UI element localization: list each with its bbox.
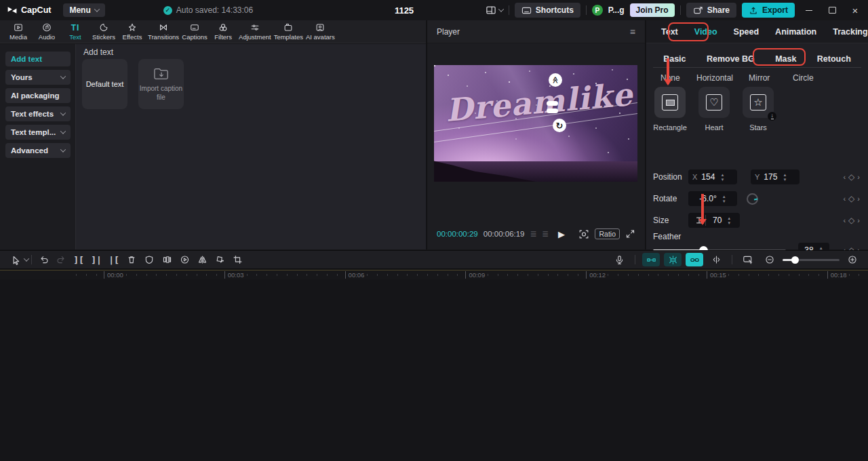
minimize-button[interactable] <box>800 0 818 20</box>
sidebar-item-ai-packaging[interactable]: AI packaging <box>5 88 71 103</box>
chevron-down-icon[interactable] <box>24 256 29 261</box>
toolbar-item-ai-avatars[interactable]: AI avatars <box>304 20 336 43</box>
redo-button[interactable] <box>52 252 70 267</box>
zoom-in-button[interactable] <box>844 252 861 267</box>
magnet-toggle[interactable] <box>664 253 682 266</box>
mask-shape-heart[interactable] <box>698 87 730 118</box>
sidebar-item-text-effects[interactable]: Text effects <box>5 106 71 121</box>
sidebar-item-advanced[interactable]: Advanced <box>5 143 71 158</box>
export-button[interactable]: Export <box>742 3 795 18</box>
mask-feather-handle[interactable] <box>549 73 562 87</box>
stepper-icon[interactable] <box>722 195 726 203</box>
mask-shape-rectangle[interactable] <box>654 87 686 118</box>
preview-quality-icon[interactable] <box>578 229 589 239</box>
mask-type-mirror[interactable]: Mirror <box>749 73 770 83</box>
timeline-toolbar: ][ ]| |[ <box>0 250 868 269</box>
media-type-toolbar: Media Audio TI Text Stickers Effects Tra… <box>0 20 426 43</box>
position-y-input[interactable]: Y 175 <box>751 169 800 184</box>
record-voiceover-button[interactable] <box>610 252 628 267</box>
split-view-button[interactable] <box>707 252 725 267</box>
subtab-remove-bg[interactable]: Remove BG <box>707 54 755 64</box>
preview-canvas[interactable]: Dreamlike <box>434 65 637 182</box>
toolbar-item-media[interactable]: Media <box>4 20 33 43</box>
split-button[interactable]: ][ <box>70 252 87 267</box>
ratio-button[interactable]: Ratio <box>595 228 620 239</box>
subtab-retouch[interactable]: Retouch <box>817 54 851 64</box>
tab-tracking[interactable]: Tracking <box>825 27 868 37</box>
sidebar-item-add-text[interactable]: Add text <box>5 52 71 66</box>
delete-right-button[interactable]: |[ <box>105 252 123 267</box>
toolbar-item-transitions[interactable]: Transitions <box>146 20 180 43</box>
mask-rotate-handle[interactable] <box>553 119 566 132</box>
folder-import-icon <box>153 66 170 81</box>
toolbar-item-templates[interactable]: Templates <box>273 20 304 43</box>
stepper-icon[interactable] <box>783 173 787 182</box>
keyframe-controls[interactable] <box>843 172 860 182</box>
delete-left-button[interactable]: ]| <box>87 252 105 267</box>
player-menu-icon[interactable] <box>630 26 635 37</box>
mask-type-horizontal[interactable]: Horizontal <box>696 73 733 83</box>
toolbar-item-audio[interactable]: Audio <box>33 20 61 43</box>
sidebar-item-text-templates[interactable]: Text templ... <box>5 125 71 140</box>
rotate-button[interactable] <box>211 252 229 267</box>
mask-type-circle[interactable]: Circle <box>793 73 814 83</box>
tab-animation[interactable]: Animation <box>767 27 825 37</box>
tab-speed[interactable]: Speed <box>726 27 768 37</box>
titlebar-right: Shortcuts P P...g Join Pro Share Export <box>486 0 868 20</box>
keyframe-controls[interactable] <box>843 194 860 203</box>
toolbar-item-effects[interactable]: Effects <box>118 20 146 43</box>
workspace-layout-button[interactable] <box>486 5 503 15</box>
slider-knob[interactable] <box>791 256 799 264</box>
link-toggle[interactable] <box>686 253 703 266</box>
toolbar-item-filters[interactable]: Filters <box>209 20 237 43</box>
size-input[interactable]: 70 <box>688 213 740 228</box>
mask-size-handle[interactable] <box>547 108 558 113</box>
rotate-input[interactable]: -6.0° <box>688 191 737 206</box>
star-mask-icon <box>750 94 766 111</box>
stepper-icon[interactable] <box>727 216 731 225</box>
timeline-ruler[interactable]: 00:0000:0300:0600:0900:1200:1500:18 <box>0 270 868 279</box>
crop-button[interactable] <box>229 252 246 267</box>
default-text-card[interactable]: Default text <box>82 59 127 109</box>
sidebar-item-yours[interactable]: Yours <box>5 70 71 85</box>
share-button[interactable]: Share <box>686 3 736 18</box>
toolbar-item-stickers[interactable]: Stickers <box>90 20 118 43</box>
auto-snap-toggle[interactable] <box>642 253 660 266</box>
text-sidebar: Add text Yours AI packaging Text effects… <box>0 44 76 249</box>
section-title: Add text <box>83 47 113 57</box>
frame-step-icons[interactable] <box>530 229 550 239</box>
mask-size-handle[interactable] <box>547 101 558 106</box>
toolbar-item-captions[interactable]: Captions <box>180 20 209 43</box>
stepper-icon[interactable] <box>720 173 724 182</box>
select-tool-button[interactable] <box>7 252 24 267</box>
fullscreen-icon[interactable] <box>625 229 635 239</box>
shortcuts-button[interactable]: Shortcuts <box>515 3 580 18</box>
freeze-frame-button[interactable] <box>140 252 158 267</box>
import-caption-card[interactable]: Import caption file <box>138 59 184 109</box>
preview-window-button[interactable] <box>739 252 757 267</box>
close-button[interactable] <box>846 0 864 20</box>
undo-button[interactable] <box>35 252 52 267</box>
size-label: Size <box>653 216 688 225</box>
divider <box>680 5 681 15</box>
toolbar-item-adjustment[interactable]: Adjustment <box>237 20 273 43</box>
keyframe-controls[interactable] <box>843 216 860 225</box>
position-x-input[interactable]: X 154 <box>688 169 737 184</box>
overlay-button[interactable] <box>158 252 176 267</box>
redo-icon <box>56 255 66 264</box>
join-pro-button[interactable]: Join Pro <box>630 3 675 17</box>
mirror-button[interactable] <box>193 252 211 267</box>
zoom-out-button[interactable] <box>761 252 778 267</box>
menu-button[interactable]: Menu <box>63 3 104 17</box>
maximize-button[interactable] <box>823 0 841 20</box>
rotate-dial[interactable] <box>747 193 758 205</box>
avatar[interactable]: P <box>592 5 603 16</box>
timeline-zoom-slider[interactable] <box>783 259 840 261</box>
toolbar-item-text[interactable]: TI Text <box>61 20 90 43</box>
account-name[interactable]: P...g <box>608 5 625 15</box>
play-button[interactable] <box>558 229 565 239</box>
mask-shape-stars[interactable] <box>743 87 774 118</box>
delete-button[interactable] <box>123 252 140 267</box>
player-header: Player <box>427 20 645 43</box>
speed-button[interactable] <box>176 252 193 267</box>
